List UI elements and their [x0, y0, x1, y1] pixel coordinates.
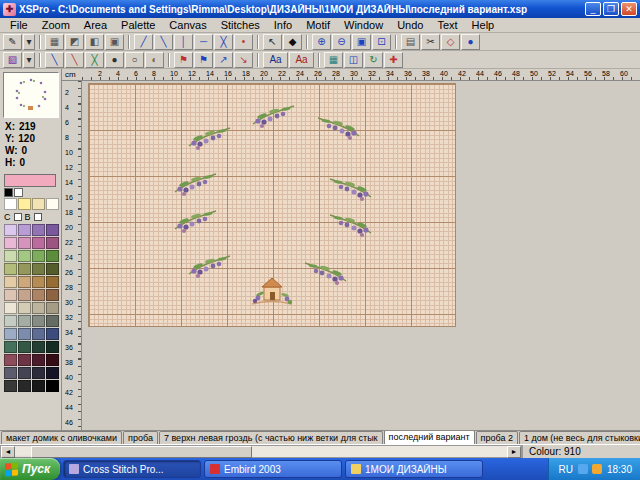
palette-colour-swatch[interactable] — [18, 341, 31, 353]
pattern-tab[interactable]: макет домик с оливочками — [1, 431, 122, 444]
palette-colour-swatch[interactable] — [18, 250, 31, 262]
design-canvas[interactable] — [82, 81, 640, 430]
full-cross-stitch-button[interactable]: ▦ — [45, 34, 64, 50]
palette-colour-swatch[interactable] — [18, 315, 31, 327]
menu-text[interactable]: Text — [430, 18, 464, 32]
start-button[interactable]: Пуск — [0, 458, 60, 480]
zoom-actual-button[interactable]: ⊡ — [372, 34, 391, 50]
fill-tool-button[interactable]: ◆ — [283, 34, 302, 50]
flag-red-button[interactable]: ⚑ — [174, 52, 193, 68]
backstitch-colour-green-button[interactable]: ╳ — [85, 52, 104, 68]
palette-colour-swatch[interactable] — [4, 263, 17, 275]
palette-colour-swatch[interactable] — [46, 302, 59, 314]
palette-colour-swatch[interactable] — [18, 198, 31, 210]
petite-stitch-button[interactable]: ▣ — [105, 34, 124, 50]
french-knot-tool-button[interactable]: • — [234, 34, 253, 50]
palette-colour-swatch[interactable] — [32, 237, 45, 249]
minimize-button[interactable]: _ — [585, 2, 601, 16]
menu-help[interactable]: Help — [465, 18, 502, 32]
palette-colour-swatch[interactable] — [4, 354, 17, 366]
palette-colour-swatch[interactable] — [32, 367, 45, 379]
palette-dropdown-button[interactable]: ▾ — [23, 52, 35, 68]
palette-colour-swatch[interactable] — [4, 224, 17, 236]
taskbar-button[interactable]: Cross Stitch Pro... — [63, 460, 201, 478]
palette-colour-swatch[interactable] — [32, 250, 45, 262]
palette-colour-swatch[interactable] — [4, 237, 17, 249]
menu-zoom[interactable]: Zoom — [35, 18, 77, 32]
palette-tool-button[interactable]: ▧ — [3, 52, 22, 68]
palette-colour-swatch[interactable] — [4, 289, 17, 301]
palette-colour-swatch[interactable] — [18, 354, 31, 366]
palette-colour-swatch[interactable] — [4, 188, 13, 197]
three-quarter-stitch-button[interactable]: ◧ — [85, 34, 104, 50]
menu-palette[interactable]: Palette — [114, 18, 162, 32]
backstitch-colour-blue-button[interactable]: ╲ — [45, 52, 64, 68]
palette-colour-swatch[interactable] — [32, 302, 45, 314]
zoom-out-button[interactable]: ⊖ — [332, 34, 351, 50]
palette-colour-swatch[interactable] — [32, 328, 45, 340]
palette-colour-swatch[interactable] — [18, 289, 31, 301]
palette-colour-swatch[interactable] — [46, 367, 59, 379]
tray-icon[interactable] — [592, 464, 602, 474]
palette-colour-swatch[interactable] — [46, 198, 59, 210]
backstitch-colour-red-button[interactable]: ╲ — [65, 52, 84, 68]
palette-colour-swatch[interactable] — [32, 224, 45, 236]
scroll-right-button[interactable]: ► — [507, 446, 521, 458]
palette-colour-swatch[interactable] — [32, 276, 45, 288]
tray-icon[interactable] — [578, 464, 588, 474]
palette-colour-swatch[interactable] — [4, 250, 17, 262]
palette-colour-swatch[interactable] — [18, 380, 31, 392]
menu-motif[interactable]: Motif — [299, 18, 337, 32]
menu-undo[interactable]: Undo — [390, 18, 430, 32]
zoom-in-button[interactable]: ⊕ — [312, 34, 331, 50]
palette-colour-swatch[interactable] — [4, 302, 17, 314]
menu-area[interactable]: Area — [77, 18, 114, 32]
palette-colour-swatch[interactable] — [4, 380, 17, 392]
pattern-tab[interactable]: проба — [123, 431, 158, 444]
grid-toggle-button[interactable]: ▤ — [401, 34, 420, 50]
scrollbar-thumb[interactable] — [31, 446, 252, 458]
palette-colour-swatch[interactable] — [46, 289, 59, 301]
palette-colour-swatch[interactable] — [32, 315, 45, 327]
palette-colour-swatch[interactable] — [18, 237, 31, 249]
motif-grid-button[interactable]: ▦ — [324, 52, 343, 68]
selected-colour-swatch[interactable] — [4, 174, 56, 187]
b-checkbox[interactable] — [34, 213, 42, 221]
half-stitch-button[interactable]: ◩ — [65, 34, 84, 50]
font-style-2-button[interactable]: Aa — [289, 52, 314, 68]
palette-colour-swatch[interactable] — [18, 367, 31, 379]
shape-tool-button[interactable]: ◇ — [441, 34, 460, 50]
backstitch-vertical-button[interactable]: │ — [174, 34, 193, 50]
palette-colour-swatch[interactable] — [46, 354, 59, 366]
palette-colour-swatch[interactable] — [46, 224, 59, 236]
motif-mirror-button[interactable]: ◫ — [344, 52, 363, 68]
backstitch-cross-button[interactable]: ╳ — [214, 34, 233, 50]
menu-file[interactable]: File — [3, 18, 35, 32]
palette-colour-swatch[interactable] — [46, 263, 59, 275]
language-indicator[interactable]: RU — [559, 464, 573, 475]
menu-info[interactable]: Info — [267, 18, 299, 32]
palette-colour-swatch[interactable] — [18, 224, 31, 236]
palette-colour-swatch[interactable] — [14, 188, 23, 197]
bead-tool-button[interactable]: ● — [461, 34, 480, 50]
palette-colour-swatch[interactable] — [18, 328, 31, 340]
menu-stitches[interactable]: Stitches — [214, 18, 267, 32]
scrollbar-track[interactable] — [15, 446, 507, 458]
c-checkbox[interactable] — [14, 213, 22, 221]
palette-colour-swatch[interactable] — [18, 302, 31, 314]
palette-colour-swatch[interactable] — [46, 250, 59, 262]
backstitch-diag-down-button[interactable]: ╲ — [154, 34, 173, 50]
palette-colour-swatch[interactable] — [4, 276, 17, 288]
french-knot-solid-button[interactable]: ● — [105, 52, 124, 68]
scroll-left-button[interactable]: ◄ — [1, 446, 15, 458]
flag-blue-button[interactable]: ⚑ — [194, 52, 213, 68]
palette-colour-swatch[interactable] — [46, 328, 59, 340]
font-style-1-button[interactable]: Aa — [263, 52, 288, 68]
backstitch-horizontal-button[interactable]: ─ — [194, 34, 213, 50]
backstitch-diag-up-button[interactable]: ╱ — [134, 34, 153, 50]
pattern-tab[interactable]: 7 верхн левая гроздь (с частью ниж ветки… — [159, 431, 383, 444]
motif-rotate-button[interactable]: ↻ — [364, 52, 383, 68]
palette-colour-swatch[interactable] — [4, 328, 17, 340]
palette-colour-swatch[interactable] — [32, 289, 45, 301]
palette-colour-swatch[interactable] — [32, 198, 45, 210]
